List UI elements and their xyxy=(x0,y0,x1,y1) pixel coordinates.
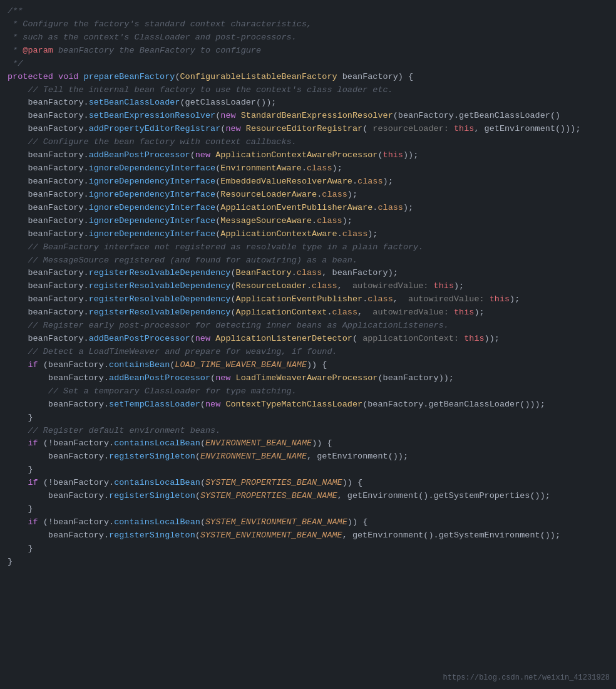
code-line: // BeanFactory interface not registered … xyxy=(5,241,616,254)
code-line: // Tell the internal bean factory to use… xyxy=(5,84,616,97)
code-line: if (!beanFactory.containsLocalBean(ENVIR… xyxy=(5,437,616,450)
code-line: } xyxy=(5,556,616,569)
code-line: beanFactory.addBeanPostProcessor(new App… xyxy=(5,149,616,162)
code-line: beanFactory.registerResolvableDependency… xyxy=(5,293,616,306)
code-line: /** xyxy=(5,5,616,18)
code-line: beanFactory.registerResolvableDependency… xyxy=(5,306,616,319)
code-line: beanFactory.registerResolvableDependency… xyxy=(5,267,616,280)
code-line: // Register early post-processor for det… xyxy=(5,319,616,333)
code-line: } xyxy=(5,464,616,477)
code-line: beanFactory.registerSingleton(SYSTEM_ENV… xyxy=(5,529,616,542)
code-line: // Configure the bean factory with conte… xyxy=(5,136,616,149)
code-line: beanFactory.setBeanExpressionResolver(ne… xyxy=(5,110,616,123)
code-line: beanFactory.addPropertyEditorRegistrar(n… xyxy=(5,123,616,136)
code-line: beanFactory.addBeanPostProcessor(new Loa… xyxy=(5,372,616,385)
code-line: // MessageSource registered (and found f… xyxy=(5,254,616,267)
code-line: } xyxy=(5,503,616,516)
code-line: * Configure the factory's standard conte… xyxy=(5,18,616,31)
code-container: /** * Configure the factory's standard c… xyxy=(0,0,616,689)
code-line: beanFactory.registerSingleton(ENVIRONMEN… xyxy=(5,450,616,464)
code-line: beanFactory.registerSingleton(SYSTEM_PRO… xyxy=(5,490,616,503)
code-line: * @param beanFactory the BeanFactory to … xyxy=(5,44,616,58)
code-line: } xyxy=(5,412,616,425)
code-line: protected void prepareBeanFactory(Config… xyxy=(5,71,616,84)
code-line: if (!beanFactory.containsLocalBean(SYSTE… xyxy=(5,516,616,529)
code-line: beanFactory.registerResolvableDependency… xyxy=(5,280,616,293)
code-line: beanFactory.ignoreDependencyInterface(Me… xyxy=(5,215,616,228)
code-line: // Detect a LoadTimeWeaver and prepare f… xyxy=(5,346,616,359)
code-line: * such as the context's ClassLoader and … xyxy=(5,31,616,44)
code-line: beanFactory.setTempClassLoader(new Conte… xyxy=(5,398,616,412)
code-line: if (!beanFactory.containsLocalBean(SYSTE… xyxy=(5,477,616,490)
code-line: if (beanFactory.containsBean(LOAD_TIME_W… xyxy=(5,359,616,372)
code-line: // Register default environment beans. xyxy=(5,425,616,438)
code-line: beanFactory.ignoreDependencyInterface(Ap… xyxy=(5,202,616,215)
code-line: beanFactory.ignoreDependencyInterface(En… xyxy=(5,162,616,175)
code-line: // Set a temporary ClassLoader for type … xyxy=(5,385,616,398)
code-line: beanFactory.ignoreDependencyInterface(Re… xyxy=(5,189,616,202)
code-line: */ xyxy=(5,58,616,71)
code-line: beanFactory.ignoreDependencyInterface(Ap… xyxy=(5,228,616,241)
code-line: beanFactory.addBeanPostProcessor(new App… xyxy=(5,333,616,346)
code-line: beanFactory.setBeanClassLoader(getClassL… xyxy=(5,96,616,110)
code-line: beanFactory.ignoreDependencyInterface(Em… xyxy=(5,175,616,189)
code-line: } xyxy=(5,542,616,556)
watermark: https://blog.csdn.net/weixin_41231928 xyxy=(443,672,610,684)
